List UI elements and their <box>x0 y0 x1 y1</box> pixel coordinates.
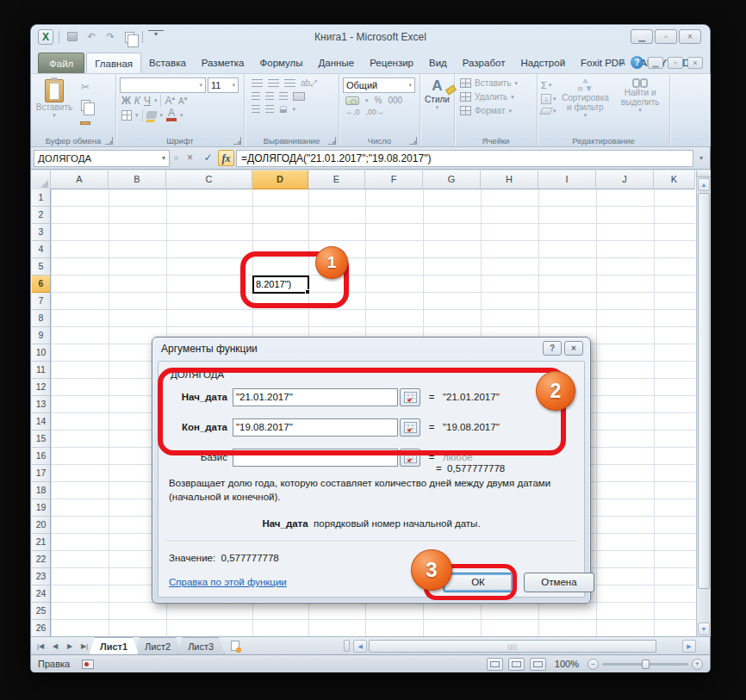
cancel-entry-button[interactable]: × <box>182 150 198 166</box>
align-middle-icon[interactable] <box>268 79 279 88</box>
decrease-decimal-icon[interactable]: ,00→ <box>366 108 385 116</box>
cut-button[interactable]: ✂ <box>77 80 94 96</box>
align-center-icon[interactable] <box>265 92 274 101</box>
row-header-6[interactable]: 6 <box>32 276 50 293</box>
dialog-launcher-icon[interactable] <box>328 137 336 145</box>
find-select-button[interactable]: Найти и выделить▾ <box>614 77 666 133</box>
font-name-select[interactable]: ▾ <box>120 77 206 93</box>
column-header-H[interactable]: H <box>481 170 538 189</box>
align-top-icon[interactable] <box>252 79 263 88</box>
ribbon-tab-Главная[interactable]: Главная <box>86 53 141 73</box>
row-header-8[interactable]: 8 <box>32 310 50 327</box>
ribbon-tab-Вставка[interactable]: Вставка <box>141 53 194 73</box>
styles-button[interactable]: A Стили ▾ <box>425 77 450 111</box>
zoom-slider-track[interactable] <box>602 663 688 666</box>
vertical-scroll-thumb[interactable] <box>698 193 710 589</box>
ribbon-tab-Файл[interactable]: Файл <box>38 53 84 73</box>
row-header-25[interactable]: 25 <box>32 603 50 620</box>
ribbon-tab-Надстрой[interactable]: Надстрой <box>513 53 573 73</box>
ribbon-tab-Данные[interactable]: Данные <box>311 53 363 73</box>
dialog-close-button[interactable]: × <box>564 341 583 356</box>
next-sheet-button[interactable]: ▶ <box>63 640 77 653</box>
column-header-B[interactable]: B <box>109 170 166 189</box>
ribbon-tab-Разработ[interactable]: Разработ <box>455 53 513 73</box>
row-header-14[interactable]: 14 <box>32 413 50 431</box>
format-cells-button[interactable]: Формат▾ <box>458 106 533 115</box>
bold-button[interactable]: Ж <box>121 95 131 107</box>
page-break-view-button[interactable] <box>530 658 546 671</box>
workbook-close-button[interactable]: × <box>687 57 703 69</box>
merge-center-icon[interactable]: ⬓ <box>279 104 287 114</box>
orientation-icon[interactable]: ab⤢ <box>301 78 317 89</box>
thousands-button[interactable]: 000 <box>388 96 402 105</box>
formula-input[interactable]: =ДОЛЯГОДА("21.01.2017";"19.08.2017") <box>236 150 693 167</box>
italic-button[interactable]: К <box>134 95 140 107</box>
row-header-20[interactable]: 20 <box>32 517 50 534</box>
zoom-out-button[interactable]: − <box>587 659 599 670</box>
insert-worksheet-button[interactable] <box>225 637 247 654</box>
font-color-button[interactable]: А <box>166 108 177 121</box>
sort-filter-button[interactable]: АЯ ▼ Сортировка и фильтр▾ <box>560 77 612 133</box>
scroll-left-button[interactable]: ◀ <box>353 640 367 653</box>
insert-cells-button[interactable]: Вставить▾ <box>458 78 533 88</box>
delete-cells-button[interactable]: Удалить▾ <box>458 92 533 102</box>
row-header-21[interactable]: 21 <box>32 534 50 551</box>
first-sheet-button[interactable]: |◀ <box>34 640 47 653</box>
ribbon-tab-Формулы[interactable]: Формулы <box>252 53 311 73</box>
paste-button[interactable]: Вставить ▾ <box>34 77 74 133</box>
row-header-9[interactable]: 9 <box>32 327 50 344</box>
minimize-button[interactable]: ▁ <box>631 29 653 44</box>
row-header-3[interactable]: 3 <box>32 224 50 241</box>
row-header-19[interactable]: 19 <box>32 499 50 517</box>
scroll-down-button[interactable]: ▼ <box>698 623 710 635</box>
vertical-split-handle[interactable] <box>697 170 711 177</box>
currency-icon[interactable] <box>345 96 359 105</box>
ribbon-tab-Рецензир[interactable]: Рецензир <box>362 53 421 73</box>
row-header-22[interactable]: 22 <box>32 551 50 568</box>
close-button[interactable]: × <box>679 29 701 44</box>
row-header-13[interactable]: 13 <box>32 396 50 413</box>
grow-font-button[interactable]: А▴ <box>165 95 175 107</box>
dialog-launcher-icon[interactable] <box>409 137 417 145</box>
row-header-7[interactable]: 7 <box>32 293 50 310</box>
row-header-23[interactable]: 23 <box>32 568 50 585</box>
sheet-tab-Лист3[interactable]: Лист3 <box>177 637 225 654</box>
select-all-corner[interactable] <box>32 170 51 189</box>
horizontal-scroll-track[interactable]: |||| <box>367 640 682 653</box>
sheet-tab-Лист2[interactable]: Лист2 <box>134 637 182 654</box>
percent-button[interactable]: % <box>375 96 382 105</box>
row-header-4[interactable]: 4 <box>32 241 50 258</box>
number-format-select[interactable]: Общий▾ <box>343 77 415 93</box>
copy-button[interactable] <box>77 98 94 114</box>
name-box[interactable]: ДОЛЯГОДА ▾ <box>34 150 170 167</box>
underline-button[interactable]: Ч <box>144 95 151 107</box>
normal-view-button[interactable] <box>487 658 503 671</box>
row-header-12[interactable]: 12 <box>32 379 50 396</box>
fill-button[interactable]: ↓▾ <box>541 94 556 104</box>
workbook-minimize-button[interactable]: ▁ <box>648 57 663 69</box>
page-layout-view-button[interactable] <box>508 658 525 671</box>
row-header-24[interactable]: 24 <box>32 585 50 603</box>
zoom-slider-thumb[interactable] <box>642 660 650 669</box>
row-header-2[interactable]: 2 <box>32 207 50 224</box>
workbook-restore-button[interactable]: ▫ <box>668 57 683 69</box>
row-header-10[interactable]: 10 <box>32 344 50 362</box>
enter-entry-button[interactable]: ✓ <box>200 150 216 166</box>
column-header-J[interactable]: J <box>596 170 654 189</box>
column-header-G[interactable]: G <box>423 170 481 189</box>
tab-split-handle[interactable] <box>344 640 350 652</box>
clear-button[interactable]: ▾ <box>541 108 556 115</box>
column-header-A[interactable]: A <box>51 170 109 189</box>
align-right-icon[interactable] <box>279 92 288 101</box>
macro-record-icon[interactable] <box>82 660 94 669</box>
column-header-K[interactable]: K <box>654 170 695 189</box>
last-sheet-button[interactable]: ▶| <box>78 640 91 653</box>
wrap-text-icon[interactable] <box>293 92 305 101</box>
row-header-5[interactable]: 5 <box>32 258 50 276</box>
row-header-17[interactable]: 17 <box>32 465 50 482</box>
help-icon[interactable]: ? <box>631 56 643 69</box>
function-help-link[interactable]: Справка по этой функции <box>169 577 287 587</box>
shrink-font-button[interactable]: А▾ <box>178 96 187 106</box>
dialog-help-button[interactable]: ? <box>543 341 562 356</box>
column-header-I[interactable]: I <box>538 170 596 189</box>
